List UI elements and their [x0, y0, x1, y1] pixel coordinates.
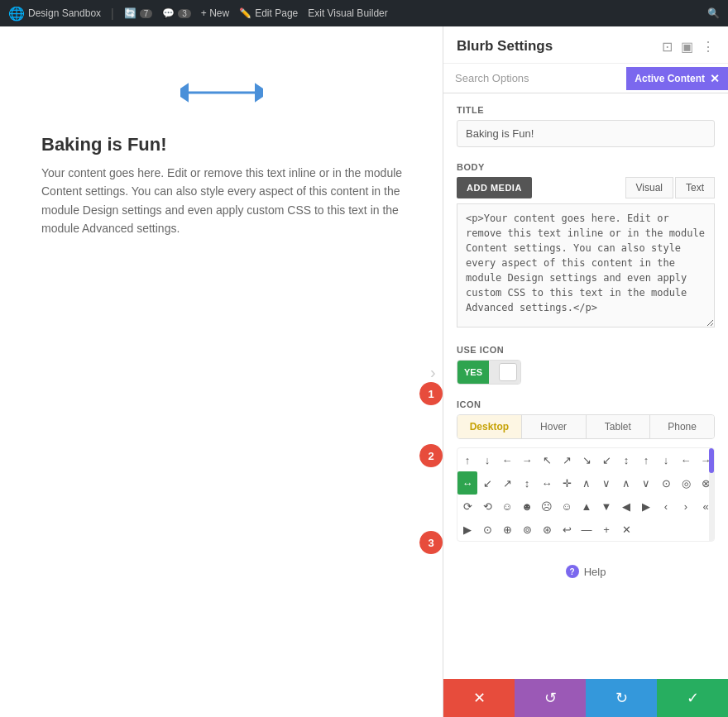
icon-cell[interactable]: ⊛	[537, 518, 557, 541]
icon-cell[interactable]: ↕	[616, 448, 636, 471]
icon-cell[interactable]: ↖	[537, 448, 557, 471]
icon-cell[interactable]: ⊚	[517, 518, 537, 541]
tab-phone[interactable]: Phone	[650, 415, 714, 438]
add-media-button[interactable]: ADD MEDIA	[457, 177, 532, 198]
icon-cell[interactable]: ←	[497, 448, 517, 471]
icon-cell[interactable]: ∨	[636, 471, 656, 495]
step-3-badge-canvas: 3	[419, 531, 443, 554]
icon-cell[interactable]: ✛	[557, 471, 577, 495]
body-textarea[interactable]: <p>Your content goes here. Edit or remov…	[457, 203, 715, 327]
topbar-new[interactable]: + New	[201, 7, 229, 19]
icon-cell[interactable]: ⟳	[457, 495, 477, 518]
icon-cell[interactable]: ↙	[596, 448, 616, 471]
pencil-icon: ✏️	[239, 7, 251, 19]
icon-cell[interactable]: ✕	[616, 518, 636, 541]
use-icon-toggle[interactable]: YES	[457, 360, 521, 385]
icon-cell[interactable]: ☺	[497, 495, 517, 518]
topbar-updates[interactable]: 🔄 7	[124, 7, 153, 19]
icon-cell[interactable]: ↗	[497, 471, 517, 495]
search-input[interactable]	[443, 64, 626, 93]
step-2-badge-canvas: 2	[419, 444, 443, 467]
icon-cell[interactable]: ◎	[676, 471, 696, 495]
title-input[interactable]	[457, 120, 715, 147]
step-2-indicator: 2	[419, 444, 443, 467]
panel-title: Blurb Settings	[457, 38, 553, 55]
icon-cell[interactable]: ∨	[596, 471, 616, 495]
help-row[interactable]: ? Help	[457, 557, 715, 586]
topbar-comments[interactable]: 💬 3	[162, 7, 191, 19]
icon-cell[interactable]: ↓	[477, 448, 497, 471]
visual-button[interactable]: Visual	[625, 177, 673, 198]
icon-cell[interactable]: +	[596, 518, 616, 541]
icon-cell[interactable]: ☺	[557, 495, 577, 518]
settings-panel: Blurb Settings ⊡ ▣ ⋮ Active Content ✕ Ti…	[443, 26, 728, 717]
canvas-area: › Baking is Fun! Your content goes here.…	[0, 26, 443, 717]
icon-cell[interactable]: ↕	[517, 471, 537, 495]
icon-cell[interactable]: ›	[676, 495, 696, 518]
redo-button[interactable]: ↻	[586, 679, 657, 717]
comments-count: 3	[178, 9, 191, 18]
icon-cell[interactable]: →	[517, 448, 537, 471]
redo-icon: ↻	[615, 689, 628, 707]
body-label: Body	[457, 162, 715, 172]
title-label: Title	[457, 105, 715, 115]
icon-cell[interactable]: ◀	[616, 495, 636, 518]
step-1-indicator: 1	[419, 382, 443, 405]
icon-cell[interactable]: ↓	[656, 448, 676, 471]
icon-cell[interactable]: ▼	[596, 495, 616, 518]
icon-cell[interactable]: ⊕	[497, 518, 517, 541]
icon-cell[interactable]: ▲	[577, 495, 596, 518]
icon-cell[interactable]: ↙	[477, 471, 497, 495]
icon-cell[interactable]: ↘	[577, 448, 596, 471]
title-section: Title	[457, 105, 715, 147]
icon-cell[interactable]: ▶	[636, 495, 656, 518]
topbar-logo[interactable]: 🌐 Design Sandbox	[8, 6, 101, 22]
icon-grid-scrollbar[interactable]	[709, 448, 714, 541]
more-options-icon[interactable]: ⋮	[702, 39, 715, 55]
arrow-svg	[180, 76, 263, 109]
icon-cell[interactable]: ⊙	[656, 471, 676, 495]
tab-tablet[interactable]: Tablet	[587, 415, 651, 438]
icon-cell[interactable]: ☻	[517, 495, 537, 518]
icon-cell[interactable]: ⊙	[477, 518, 497, 541]
icon-cell-selected[interactable]: ↔	[457, 471, 477, 495]
icon-cell[interactable]: ⟲	[477, 495, 497, 518]
topbar-edit-page[interactable]: ✏️ Edit Page	[239, 7, 298, 19]
icon-cell[interactable]: ‹	[656, 495, 676, 518]
responsive-icon[interactable]: ⊡	[662, 39, 673, 55]
icon-cell	[636, 518, 656, 541]
body-section: Body ADD MEDIA Visual Text <p>Your conte…	[457, 162, 715, 330]
tab-hover[interactable]: Hover	[522, 415, 587, 438]
icon-cell[interactable]: ←	[676, 448, 696, 471]
toggle-slider[interactable]	[489, 361, 520, 384]
save-button[interactable]: ✓	[657, 679, 728, 717]
icon-cell[interactable]: ☹	[537, 495, 557, 518]
icon-cell[interactable]: ▶	[457, 518, 477, 541]
new-label: + New	[201, 7, 229, 19]
icon-cell[interactable]: ∧	[616, 471, 636, 495]
icon-cell[interactable]: ↔	[537, 471, 557, 495]
topbar-search[interactable]: 🔍	[707, 7, 720, 19]
tab-desktop[interactable]: Desktop	[457, 415, 522, 438]
icon-cell	[676, 518, 696, 541]
updates-icon: 🔄	[124, 7, 136, 19]
step-3-indicator: 3	[419, 531, 443, 554]
active-content-badge: Active Content ✕	[626, 67, 728, 90]
icon-cell[interactable]: ↑	[636, 448, 656, 471]
text-button[interactable]: Text	[675, 177, 715, 198]
step-1-badge-canvas: 1	[419, 382, 443, 405]
icon-cell[interactable]: —	[577, 518, 596, 541]
icon-cell[interactable]: ∧	[577, 471, 596, 495]
cancel-button[interactable]: ✕	[443, 679, 515, 717]
icon-cell[interactable]: ↗	[557, 448, 577, 471]
icon-cell[interactable]: ↑	[457, 448, 477, 471]
body-view-buttons: Visual Text	[625, 177, 715, 198]
icon-section: Icon Desktop Hover Tablet Phone ↑ ↓ ← →	[457, 399, 715, 542]
columns-icon[interactable]: ▣	[681, 39, 693, 55]
active-content-close-icon[interactable]: ✕	[710, 72, 720, 85]
icon-cell[interactable]: ↩	[557, 518, 577, 541]
topbar-exit-builder[interactable]: Exit Visual Builder	[308, 7, 388, 19]
undo-button[interactable]: ↺	[515, 679, 586, 717]
panel-content: Title Body ADD MEDIA Visual Text <p>Your…	[443, 93, 728, 679]
main-layout: › Baking is Fun! Your content goes here.…	[0, 26, 728, 717]
